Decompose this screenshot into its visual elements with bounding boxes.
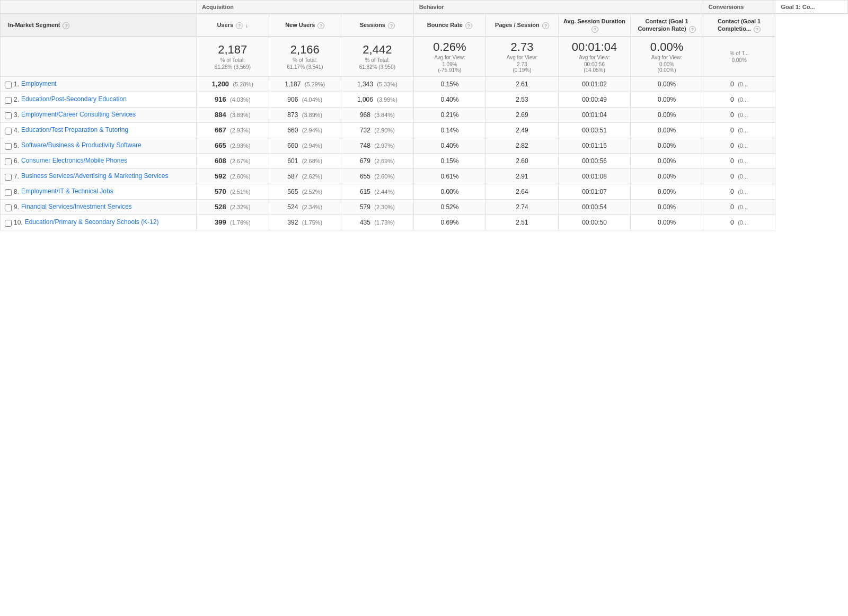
segment-link[interactable]: Employment — [21, 80, 57, 87]
new-users-col-header[interactable]: New Users ? — [269, 14, 341, 37]
users-value: 592 — [215, 172, 226, 180]
sessions-value: 615 — [360, 188, 370, 195]
segment-link[interactable]: Employment/Career Consulting Services — [21, 111, 136, 118]
avg-session-value: 00:01:02 — [582, 81, 607, 88]
segment-link[interactable]: Education/Post-Secondary Education — [21, 95, 127, 103]
users-value: 1,200 — [212, 80, 229, 88]
contact-comp-value: 0 — [730, 188, 734, 195]
users-value: 570 — [215, 188, 226, 195]
bounce-rate-value: 0.40% — [440, 96, 458, 103]
avg-session-cell: 00:00:50 — [558, 215, 631, 230]
segment-link[interactable]: Consumer Electronics/Mobile Phones — [21, 157, 127, 164]
row-checkbox[interactable] — [5, 112, 12, 119]
contact-comp-help-icon[interactable]: ? — [754, 26, 761, 33]
segment-link[interactable]: Education/Primary & Secondary Schools (K… — [25, 218, 159, 226]
row-checkbox[interactable] — [5, 128, 12, 135]
row-checkbox[interactable] — [5, 204, 12, 211]
users-col-header[interactable]: Users ? ↓ — [197, 14, 269, 37]
avg-session-cell: 00:01:07 — [558, 184, 631, 199]
contact-rate-help-icon[interactable]: ? — [689, 26, 696, 33]
new-users-pct: (4.04%) — [302, 96, 323, 103]
contact-comp-col-header[interactable]: Contact (Goal 1 Completio... ? — [703, 14, 775, 37]
totals-contact-comp-cell: % of T... 0.00% — [703, 37, 775, 77]
bounce-rate-cell: 0.21% — [413, 107, 486, 122]
users-help-icon[interactable]: ? — [236, 22, 243, 29]
sessions-col-header[interactable]: Sessions ? — [341, 14, 414, 37]
row-checkbox[interactable] — [5, 174, 12, 181]
contact-comp-value: 0 — [730, 111, 734, 119]
new-users-cell: 392 (1.75%) — [269, 215, 341, 230]
pages-session-value: 2.49 — [516, 127, 528, 134]
totals-pages-pct: 2.73 — [490, 61, 554, 67]
pages-col-header[interactable]: Pages / Session ? — [486, 14, 559, 37]
totals-users-sub: % of Total: — [201, 57, 264, 64]
acquisition-group-header: Acquisition — [197, 1, 414, 14]
new-users-pct: (2.62%) — [302, 173, 323, 180]
avg-session-value: 00:00:56 — [582, 157, 607, 165]
pages-session-cell: 2.82 — [486, 138, 559, 153]
users-value: 884 — [215, 111, 226, 119]
pages-session-value: 2.69 — [516, 111, 528, 119]
sessions-pct: (3.84%) — [374, 112, 395, 118]
totals-newusers-pct: 61.17% (3,541) — [273, 64, 337, 70]
sessions-help-icon[interactable]: ? — [388, 22, 395, 29]
segment-cell: 3. Employment/Career Consulting Services — [1, 107, 197, 122]
table-row: 9. Financial Services/Investment Service… — [1, 199, 848, 215]
row-checkbox[interactable] — [5, 189, 12, 196]
contact-rate-cell: 0.00% — [631, 76, 703, 92]
new-users-help-icon[interactable]: ? — [317, 22, 324, 29]
totals-contact-comp-value: % of T... — [708, 50, 771, 57]
contact-rate-value: 0.00% — [658, 173, 676, 180]
new-users-cell: 660 (2.94%) — [269, 138, 341, 153]
pages-session-cell: 2.91 — [486, 168, 559, 184]
sessions-cell: 968 (3.84%) — [341, 107, 414, 122]
contact-comp-pct: (0... — [738, 158, 748, 164]
avg-session-help-icon[interactable]: ? — [591, 26, 598, 33]
segment-cell: 4. Education/Test Preparation & Tutoring — [1, 122, 197, 138]
pages-help-icon[interactable]: ? — [542, 22, 549, 29]
table-row: 1. Employment 1,200 (5.28%) 1,187 (5.29%… — [1, 76, 848, 92]
table-row: 3. Employment/Career Consulting Services… — [1, 107, 848, 122]
segment-cell: 6. Consumer Electronics/Mobile Phones — [1, 153, 197, 168]
bounce-col-header[interactable]: Bounce Rate ? — [413, 14, 486, 37]
segment-cell: 7. Business Services/Advertising & Marke… — [1, 168, 197, 184]
contact-rate-col-header[interactable]: Contact (Goal 1 Conversion Rate) ? — [631, 14, 703, 37]
users-value: 665 — [215, 141, 226, 149]
bounce-rate-cell: 0.00% — [413, 184, 486, 199]
contact-rate-cell: 0.00% — [631, 107, 703, 122]
sessions-cell: 748 (2.97%) — [341, 138, 414, 153]
avg-session-col-header[interactable]: Avg. Session Duration ? — [558, 14, 631, 37]
segment-link[interactable]: Business Services/Advertising & Marketin… — [21, 172, 168, 180]
bounce-col-label: Bounce Rate — [427, 22, 463, 28]
new-users-value: 565 — [287, 188, 298, 195]
contact-comp-cell: 0 (0... — [703, 168, 775, 184]
segment-link[interactable]: Employment/IT & Technical Jobs — [21, 188, 113, 195]
contact-rate-cell: 0.00% — [631, 92, 703, 107]
bounce-rate-value: 0.15% — [440, 157, 458, 165]
new-users-value: 906 — [287, 96, 298, 103]
totals-avgsession-cell: 00:01:04 Avg for View: 00:00:56 (14.05%) — [558, 37, 631, 77]
users-sort-icon[interactable]: ↓ — [245, 22, 248, 29]
new-users-cell: 660 (2.94%) — [269, 122, 341, 138]
sessions-cell: 679 (2.69%) — [341, 153, 414, 168]
row-checkbox[interactable] — [5, 97, 12, 104]
avg-session-value: 00:00:50 — [582, 219, 607, 226]
segment-link[interactable]: Financial Services/Investment Services — [21, 203, 132, 210]
segment-link[interactable]: Education/Test Preparation & Tutoring — [21, 126, 128, 133]
row-checkbox[interactable] — [5, 220, 12, 227]
row-checkbox[interactable] — [5, 82, 12, 88]
avg-session-value: 00:01:04 — [582, 111, 607, 119]
pages-session-cell: 2.53 — [486, 92, 559, 107]
conversions-group-header: Conversions — [703, 1, 775, 14]
segment-help-icon[interactable]: ? — [63, 22, 69, 29]
row-checkbox[interactable] — [5, 158, 12, 165]
bounce-help-icon[interactable]: ? — [465, 22, 472, 29]
sessions-value: 1,343 — [357, 81, 373, 88]
sessions-value: 579 — [360, 203, 370, 211]
pages-session-value: 2.82 — [516, 142, 528, 149]
contact-comp-cell: 0 (0... — [703, 92, 775, 107]
segment-link[interactable]: Software/Business & Productivity Softwar… — [21, 141, 142, 149]
contact-rate-value: 0.00% — [658, 127, 676, 134]
contact-comp-pct: (0... — [738, 112, 748, 118]
row-checkbox[interactable] — [5, 143, 12, 150]
